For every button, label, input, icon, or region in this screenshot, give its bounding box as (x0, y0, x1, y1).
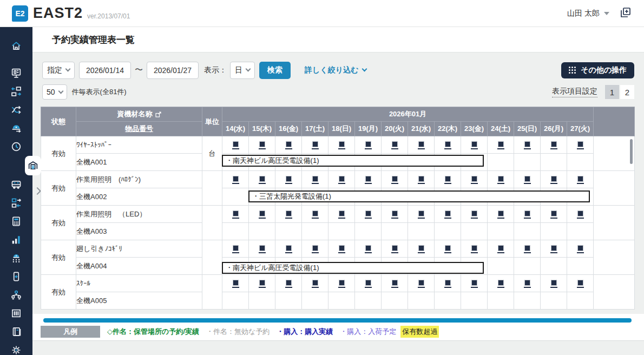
day-cell[interactable] (461, 136, 488, 154)
user-menu[interactable]: 山田 太郎 (567, 9, 609, 18)
day-subcell[interactable] (541, 154, 567, 171)
sidebar-item-ledger[interactable] (7, 323, 25, 341)
page-button-2[interactable]: 2 (620, 85, 634, 99)
day-cell[interactable] (328, 171, 355, 188)
day-subcell[interactable] (328, 292, 355, 310)
day-subcell[interactable] (567, 223, 594, 240)
day-cell[interactable] (514, 136, 541, 154)
reservation-box-icon[interactable] (524, 141, 531, 149)
schedule-bar[interactable]: ・三苫太陽光発電設備(1) (248, 190, 590, 202)
reservation-box-icon[interactable] (259, 280, 266, 288)
sidebar-item-check-in-out[interactable] (7, 194, 25, 212)
reservation-box-icon[interactable] (285, 141, 292, 149)
reservation-box-icon[interactable] (338, 280, 345, 288)
reservation-box-icon[interactable] (391, 280, 398, 288)
reservation-box-icon[interactable] (497, 211, 504, 219)
day-subcell[interactable] (514, 154, 541, 171)
sidebar-item-organization[interactable] (7, 286, 25, 304)
day-subcell[interactable] (488, 292, 514, 310)
day-cell[interactable] (275, 240, 302, 258)
day-subcell[interactable] (541, 292, 567, 310)
display-unit-select[interactable]: 日 (230, 62, 255, 79)
day-cell[interactable] (541, 171, 567, 188)
day-cell[interactable] (222, 136, 249, 154)
sidebar-item-dashboard[interactable] (7, 64, 25, 82)
day-subcell[interactable] (488, 223, 514, 240)
reservation-box-icon[interactable] (232, 141, 239, 149)
day-cell[interactable] (382, 171, 408, 188)
day-cell[interactable] (222, 275, 249, 292)
sidebar-item-storage-shelf[interactable] (7, 304, 25, 323)
day-cell[interactable] (302, 275, 328, 292)
reservation-box-icon[interactable] (444, 141, 451, 149)
day-subcell[interactable] (222, 223, 249, 240)
reservation-box-icon[interactable] (497, 141, 504, 149)
day-cell[interactable] (435, 240, 461, 258)
reservation-box-icon[interactable] (577, 141, 584, 149)
reservation-box-icon[interactable] (444, 280, 451, 288)
reservation-box-icon[interactable] (259, 245, 266, 253)
day-cell[interactable] (435, 275, 461, 292)
reservation-box-icon[interactable] (365, 211, 372, 219)
day-cell[interactable] (249, 240, 275, 258)
reservation-box-icon[interactable] (577, 280, 584, 288)
day-subcell[interactable] (514, 223, 541, 240)
day-cell[interactable] (302, 136, 328, 154)
day-cell[interactable] (461, 240, 488, 258)
reservation-box-icon[interactable] (312, 280, 319, 288)
day-cell[interactable] (249, 171, 275, 188)
day-cell[interactable] (488, 136, 514, 154)
sidebar-item-site-helmet[interactable] (7, 119, 25, 137)
day-cell[interactable] (541, 206, 567, 223)
day-cell[interactable] (275, 171, 302, 188)
reservation-box-icon[interactable] (471, 245, 478, 253)
day-cell[interactable] (435, 206, 461, 223)
day-subcell[interactable] (435, 292, 461, 310)
day-cell[interactable] (461, 206, 488, 223)
day-subcell[interactable] (275, 223, 302, 240)
day-subcell[interactable] (355, 223, 382, 240)
sidebar-item-workers[interactable] (7, 249, 25, 267)
day-subcell[interactable] (567, 292, 594, 310)
reservation-box-icon[interactable] (524, 211, 531, 219)
day-cell[interactable] (302, 171, 328, 188)
day-cell[interactable] (514, 240, 541, 258)
sidebar-item-reports-chart[interactable] (7, 231, 25, 249)
reservation-box-icon[interactable] (418, 280, 425, 288)
reservation-box-icon[interactable] (259, 141, 266, 149)
day-cell[interactable] (382, 240, 408, 258)
day-subcell[interactable] (541, 258, 567, 275)
reservation-box-icon[interactable] (550, 280, 557, 288)
reservation-box-icon[interactable] (550, 141, 557, 149)
day-cell[interactable] (514, 171, 541, 188)
reservation-box-icon[interactable] (232, 176, 239, 184)
reservation-box-icon[interactable] (471, 141, 478, 149)
day-subcell[interactable] (355, 292, 382, 310)
day-subcell[interactable] (408, 292, 435, 310)
reservation-box-icon[interactable] (259, 176, 266, 184)
day-cell[interactable] (302, 240, 328, 258)
day-cell[interactable] (328, 275, 355, 292)
sidebar-item-settings-gear[interactable] (7, 341, 25, 355)
reservation-box-icon[interactable] (312, 245, 319, 253)
reservation-box-icon[interactable] (471, 211, 478, 219)
day-subcell[interactable] (408, 223, 435, 240)
day-cell[interactable] (249, 275, 275, 292)
reservation-box-icon[interactable] (285, 211, 292, 219)
day-cell[interactable] (567, 206, 594, 223)
sidebar-item-mobile-device[interactable] (7, 267, 25, 286)
day-subcell[interactable] (328, 223, 355, 240)
day-cell[interactable] (514, 206, 541, 223)
reservation-box-icon[interactable] (365, 176, 372, 184)
day-subcell[interactable] (514, 292, 541, 310)
day-subcell[interactable] (275, 292, 302, 310)
day-cell[interactable] (249, 206, 275, 223)
day-subcell[interactable] (302, 292, 328, 310)
sidebar-item-transfers[interactable] (7, 82, 25, 101)
reservation-box-icon[interactable] (312, 176, 319, 184)
day-subcell[interactable] (488, 154, 514, 171)
day-subcell[interactable] (435, 223, 461, 240)
reservation-box-icon[interactable] (577, 176, 584, 184)
refine-filter-link[interactable]: 詳しく絞り込む (305, 65, 366, 75)
reservation-box-icon[interactable] (312, 211, 319, 219)
